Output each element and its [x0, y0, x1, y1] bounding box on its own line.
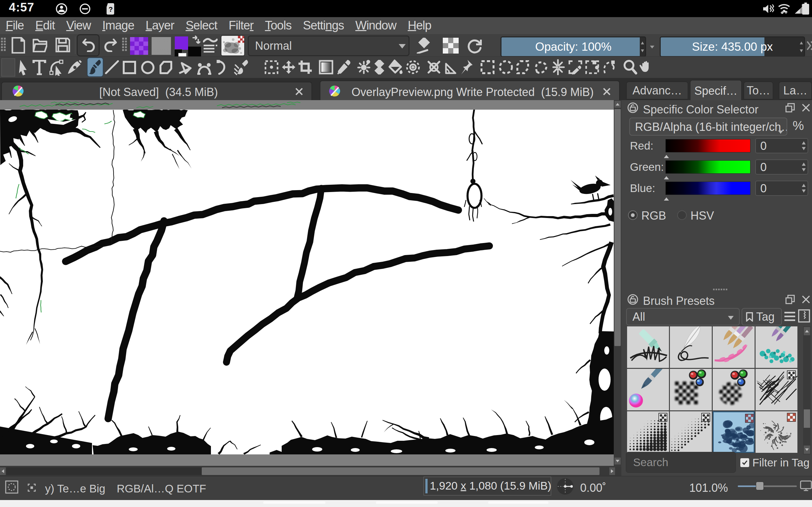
svg-text:?: ? [108, 5, 113, 13]
